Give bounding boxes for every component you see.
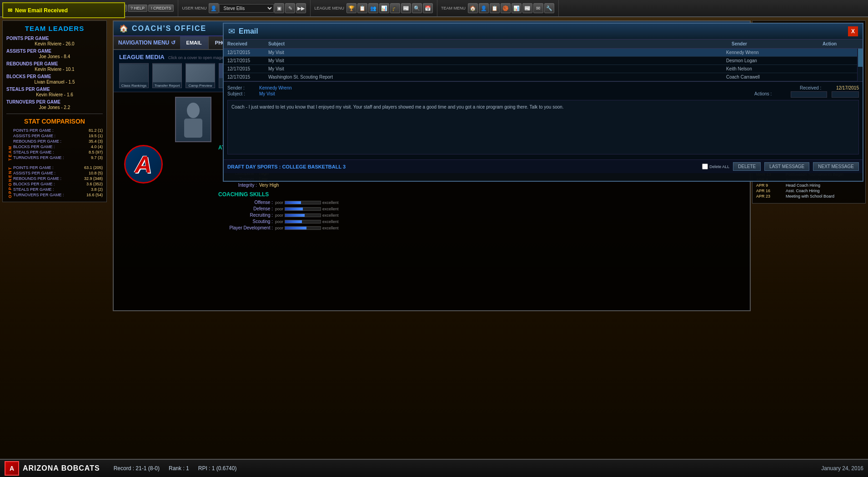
attr-integrity: Integrity : Very High — [218, 183, 745, 188]
scrollbar-thumb — [858, 49, 863, 67]
bottom-date: January 24, 2016 — [821, 465, 863, 472]
league-icon2[interactable]: 📋 — [357, 3, 367, 13]
skill-bar-defense — [285, 207, 321, 211]
league-icon7[interactable]: 🔍 — [412, 3, 422, 13]
delete-all-checkbox[interactable] — [702, 164, 708, 169]
tab-email[interactable]: EMAIL — [180, 36, 209, 49]
email-body: Coach - I just wanted to let you know th… — [227, 100, 859, 154]
next-message-button[interactable]: NEXT MESSAGE — [813, 162, 859, 171]
opp-col-label: O P P O N E N T — [6, 164, 12, 198]
top-menu-bar: GAME MENU MAIN 💾 SAVE 🔊 SOUND ⚙ OPTIONS … — [0, 0, 868, 17]
league-icon3[interactable]: 👥 — [368, 3, 378, 13]
team-emblem: A ARIZONA BOBCATS — [5, 461, 100, 476]
team-name: ARIZONA BOBCATS — [23, 464, 100, 472]
team-icon3[interactable]: 📋 — [490, 3, 500, 13]
opp-stats-col: POINTS PER GAME : 63.1 (205) ASSISTS PER… — [13, 164, 103, 198]
team-stat-spg: STEALS PER GAME : 8.5 (97) — [13, 150, 103, 154]
cover-transfer-report[interactable]: Transfer Report — [152, 63, 182, 88]
team-icon7[interactable]: ✉ — [533, 3, 543, 13]
col-received: Received — [227, 41, 268, 46]
skill-fill-recruiting — [285, 214, 305, 217]
league-menu-label: LEAGUE MENU — [314, 6, 344, 10]
league-icon1[interactable]: 🏆 — [346, 3, 356, 13]
league-icon5[interactable]: 🎓 — [390, 3, 400, 13]
coaching-skills-section: COACHING SKILLS Offense : poor excellent… — [218, 191, 745, 230]
skill-bar-recruiting — [285, 214, 321, 217]
email-close-button[interactable]: X — [848, 26, 858, 36]
help-button[interactable]: ? HELP — [128, 5, 147, 12]
skill-offense: Offense : poor excellent — [218, 200, 745, 205]
svg-point-0 — [187, 103, 200, 118]
team-icon4[interactable]: 🏀 — [501, 3, 511, 13]
email-row-3[interactable]: 12/17/2015 Washington St. Scouting Repor… — [224, 73, 857, 81]
stat-player-bpg: Livan Emanuel - 1.5 — [6, 80, 103, 84]
delete-button[interactable]: DELETE — [733, 162, 761, 171]
email-0-sender: Kennedy Wrenn — [726, 50, 817, 55]
opp-stat-bpg: BLOCKS PER GAME : 3.6 (352) — [13, 182, 103, 186]
team-stat-rpg: REBOUNDS PER GAME : 35.4 (3) — [13, 139, 103, 144]
email-detail: Sender : Kennedy Wrenn Received : 12/17/… — [224, 81, 863, 159]
skill-bar-offense — [285, 201, 321, 204]
stat-cat-rpg: REBOUNDS PER GAME — [6, 61, 103, 66]
email-row-2[interactable]: 12/17/2015 My Visit Keith Nelson — [224, 65, 857, 73]
skill-fill-offense — [285, 201, 301, 204]
league-icon4[interactable]: 📊 — [379, 3, 389, 13]
team-label-row: T E A M POINTS PER GAME : 81.2 (1) ASSIS… — [6, 127, 103, 161]
team-icon5[interactable]: 📊 — [512, 3, 522, 13]
action-box1 — [791, 91, 827, 98]
email-notification[interactable]: ✉ New Email Received — [2, 2, 125, 18]
email-2-action — [817, 66, 853, 71]
stat-cat-bpg: BLOCKS PER GAME — [6, 74, 103, 79]
email-row-1[interactable]: 12/17/2015 My Visit Desmon Logan — [224, 57, 857, 65]
user-action-arrow[interactable]: ▶▶ — [296, 3, 306, 13]
skill-fill-player-dev — [285, 227, 306, 229]
credits-button[interactable]: ! CREDITS — [148, 5, 174, 12]
email-2-sender: Keith Nelson — [726, 66, 817, 71]
team-icon6[interactable]: 📰 — [522, 3, 532, 13]
team-icon8[interactable]: 🔧 — [544, 3, 554, 13]
league-icon6[interactable]: 📰 — [401, 3, 411, 13]
email-row-0[interactable]: 12/17/2015 My Visit Kennedy Wrenn — [224, 49, 857, 57]
action-box2 — [832, 91, 859, 98]
last-message-button[interactable]: LAST MESSAGE — [764, 162, 809, 171]
user-select[interactable]: Steve Ellis — [219, 4, 274, 13]
team-logo-area: A — [118, 97, 168, 232]
email-0-received: 12/17/2015 — [227, 50, 268, 55]
team-icon2[interactable]: 👤 — [479, 3, 489, 13]
col-subject: Subject — [268, 41, 732, 46]
coaching-skills-title: COACHING SKILLS — [218, 191, 745, 198]
team-menu-label: TEAM MENU — [441, 6, 466, 10]
cover-class-rankings[interactable]: Class Rankings — [119, 63, 149, 88]
email-0-action — [817, 50, 853, 55]
date-row-27: APR 9Head Coach Hiring — [756, 183, 862, 188]
email-1-action — [817, 58, 853, 63]
email-footer: DRAFT DAY SPORTS : COLLEGE BASKETBALL 3 … — [224, 159, 863, 173]
stat-cat-tpg: TURNOVERS PER GAME — [6, 99, 103, 104]
opp-stat-rpg: REBOUNDS PER GAME : 32.9 (348) — [13, 176, 103, 181]
left-panel: TEAM LEADeRs POINTS PER GAME Kevin Rivie… — [2, 20, 107, 202]
league-icon8[interactable]: 📅 — [423, 3, 433, 13]
cover-camp-preview[interactable]: Camp Preview — [186, 63, 215, 88]
team-stat-tpg: TURNOVERS PER GAME : 9.7 (3) — [13, 155, 103, 160]
email-2-subject: My Visit — [268, 66, 726, 71]
user-icon[interactable]: 👤 — [209, 3, 219, 13]
sender-value[interactable]: Kennedy Wrenn — [259, 85, 292, 90]
subject-label: Subject : — [227, 91, 259, 98]
svg-rect-1 — [184, 119, 202, 138]
league-menu-section: LEAGUE MENU 🏆 📋 👥 📊 🎓 📰 🔍 📅 — [311, 0, 437, 16]
stat-player-rpg: Kevin Riviere - 10.1 — [6, 67, 103, 72]
bottom-stats: Record : 21-1 (8-0) Rank : 1 RPI : 1 (0.… — [114, 465, 237, 472]
user-action-icon2[interactable]: ✎ — [285, 3, 295, 13]
email-scrollbar[interactable] — [857, 49, 863, 81]
email-1-sender: Desmon Logan — [726, 58, 817, 63]
opp-stat-ppg: POINTS PER GAME : 63.1 (205) — [13, 165, 103, 170]
stat-player-tpg: Joe Jones - 2.2 — [6, 105, 103, 110]
email-detail-subject-row: Subject : My Visit Actions : — [227, 91, 859, 98]
opp-stat-tpg: TURNOVERS PER GAME : 16.6 (54) — [13, 193, 103, 197]
col-sender: Sender — [732, 41, 823, 46]
coach-photo — [175, 97, 211, 142]
date-row-29: APR 23Meeting with School Board — [756, 194, 862, 199]
user-action-icon1[interactable]: ▣ — [274, 3, 284, 13]
team-icon1[interactable]: 🏠 — [468, 3, 478, 13]
rpi-stat: RPI : 1 (0.6740) — [198, 465, 237, 472]
